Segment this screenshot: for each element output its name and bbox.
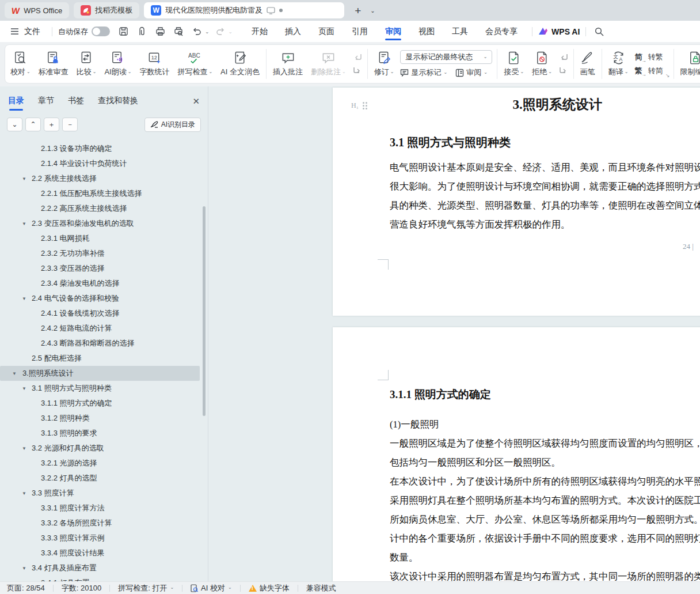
menu-tab[interactable]: 会员专享 xyxy=(477,21,526,42)
export-icon[interactable] xyxy=(134,24,149,39)
undo-button[interactable]: ⌄ xyxy=(189,24,210,39)
outline-item[interactable]: 3.1.1 照明方式的确定 xyxy=(0,396,200,411)
accept-button[interactable]: 接受⌄ xyxy=(500,47,528,81)
outline-item[interactable]: 2.3.4 柴油发电机的选择 xyxy=(0,276,200,291)
ai-proofread-status[interactable]: AI 校对 ⌄ xyxy=(191,583,232,593)
outline-item[interactable]: 3.2.1 光源的选择 xyxy=(0,456,200,471)
previous-change-icon[interactable] xyxy=(559,54,568,61)
expand-arrow-icon[interactable]: ▼ xyxy=(12,371,17,376)
previous-comment-icon[interactable] xyxy=(353,54,362,61)
spellcheck-status[interactable]: 拼写检查: 打开 ⌄ xyxy=(118,583,174,593)
to-simplified-button[interactable]: 繁→ 转简 xyxy=(635,66,663,76)
chat-bubble-icon[interactable] xyxy=(267,7,275,14)
proofread-button[interactable]: 校对⌄ xyxy=(6,47,35,81)
expand-arrow-icon[interactable]: ▼ xyxy=(22,176,26,181)
expand-down-button[interactable]: ⌄ xyxy=(7,118,22,131)
outline-item[interactable]: 3.3.4 照度设计结果 xyxy=(0,546,200,561)
expand-arrow-icon[interactable]: ▼ xyxy=(22,566,26,571)
ai-read-button[interactable]: AI朗读⌄ xyxy=(100,47,135,81)
expand-arrow-icon[interactable]: ▼ xyxy=(22,446,26,451)
track-changes-button[interactable]: 修订⌄ xyxy=(370,47,398,81)
outline-item[interactable]: 2.4.3 断路器和熔断器的选择 xyxy=(0,336,200,351)
menu-tab[interactable]: 开始 xyxy=(243,21,276,42)
to-traditional-button[interactable]: 简→ 转繁 xyxy=(635,52,663,62)
menu-tab[interactable]: 插入 xyxy=(276,21,310,42)
reject-button[interactable]: 拒绝⌄ xyxy=(528,47,556,81)
tab-docer-templates[interactable]: 找稻壳模板 xyxy=(74,2,139,18)
outline-item[interactable]: 2.5 配电柜选择 xyxy=(0,351,200,366)
outline-item[interactable]: 3.4.1 灯具布置 xyxy=(0,576,200,581)
collapse-up-button[interactable]: ⌃ xyxy=(25,118,41,131)
print-icon[interactable] xyxy=(153,24,168,39)
document-page-2[interactable]: 3.1.1 照明方式的确定 (1)一般照明一般照明区域是为了使整个待照明区域获得… xyxy=(333,327,700,581)
menu-tab[interactable]: 视图 xyxy=(410,21,443,42)
menu-tab[interactable]: 审阅 xyxy=(376,21,410,42)
dialog-launcher-icon[interactable]: ↘ xyxy=(665,73,670,78)
review-pane-button[interactable]: 审阅⌄ xyxy=(455,67,488,78)
compatibility-mode[interactable]: 兼容模式 xyxy=(306,583,336,593)
insert-comment-button[interactable]: 插入批注 xyxy=(269,47,307,81)
menu-tab[interactable]: 引用 xyxy=(343,21,376,42)
brush-button[interactable]: 画笔 xyxy=(576,47,599,81)
expand-all-button[interactable]: ＋ xyxy=(44,118,59,131)
outline-item[interactable]: ▼ 3.2 光源和灯具的选取 xyxy=(0,441,200,456)
outline-item[interactable]: 2.2.2 高压系统主接线选择 xyxy=(0,201,200,216)
outline-item[interactable]: 2.4.2 短路电流的计算 xyxy=(0,321,200,336)
standard-review-button[interactable]: 标准审查 xyxy=(35,47,73,81)
missing-font-warning[interactable]: 缺失字体 xyxy=(249,583,290,593)
redo-button[interactable]: ⌄ xyxy=(213,24,233,39)
outline-item[interactable]: 3.3.2 各场所照度计算 xyxy=(0,516,200,531)
next-change-icon[interactable] xyxy=(559,67,568,74)
sidebar-tab[interactable]: 查找和替换 xyxy=(98,96,138,111)
tab-wps-home[interactable]: W WPS Office xyxy=(5,2,69,18)
expand-arrow-icon[interactable]: ▼ xyxy=(22,491,26,496)
menu-tab[interactable]: 工具 xyxy=(443,21,477,42)
outline-item[interactable]: 2.1.3 设备功率的确定 xyxy=(0,141,200,156)
outline-item[interactable]: ▼ 3.3 照度计算 xyxy=(0,486,200,501)
close-sidebar-icon[interactable]: ✕ xyxy=(192,96,200,110)
compare-button[interactable]: 比较⌄ xyxy=(73,47,101,81)
ai-recognize-toc-button[interactable]: AI识别目录 xyxy=(144,118,201,132)
document-page-1[interactable]: H₁ 3.照明系统设计 3.1 照明方式与照明种类 电气照明设计基本原则是安全、… xyxy=(333,88,700,316)
spell-check-button[interactable]: ABC 拼写检查⌄ xyxy=(173,47,216,81)
outline-item[interactable]: 3.3.3 照度计算示例 xyxy=(0,531,200,546)
outline-item[interactable]: 2.3.3 变压器的选择 xyxy=(0,261,200,276)
sidebar-tab[interactable]: 目录 xyxy=(8,96,24,111)
autosave-toggle[interactable] xyxy=(92,27,110,36)
ai-polish-button[interactable]: AI 全文润色 xyxy=(216,47,264,81)
outline-item[interactable]: 2.3.1 电网损耗 xyxy=(0,231,200,246)
outline-item[interactable]: 3.3.1 照度计算方法 xyxy=(0,501,200,516)
outline-item[interactable]: 3.2.2 灯具的选型 xyxy=(0,471,200,486)
expand-arrow-icon[interactable]: ▼ xyxy=(22,221,26,226)
outline-item[interactable]: 2.2.1 低压配电系统主接线选择 xyxy=(0,186,200,201)
outline-item[interactable]: 2.3.2 无功功率补偿 xyxy=(0,246,200,261)
sidebar-tab[interactable]: 书签 xyxy=(68,96,84,111)
tab-current-document[interactable]: W 现代化医院照明供配电防雷及 xyxy=(144,2,344,18)
translate-button[interactable]: 文A 翻译⌄ xyxy=(604,47,633,81)
outline-item[interactable]: 2.4.1 设备线缆初次选择 xyxy=(0,306,200,321)
collapse-all-button[interactable]: － xyxy=(62,118,78,131)
menu-tab[interactable]: 页面 xyxy=(310,21,343,42)
outline-item[interactable]: ▼ 3.4 灯具及插座布置 xyxy=(0,561,200,576)
expand-arrow-icon[interactable]: ▼ xyxy=(22,386,26,391)
print-preview-icon[interactable] xyxy=(171,24,186,39)
delete-comment-button[interactable]: 删除批注⌄ xyxy=(307,47,350,81)
outline-item[interactable]: ▼ 2.2 系统主接线选择 xyxy=(0,171,200,186)
show-markup-button[interactable]: 显示标记⌄ xyxy=(400,67,447,78)
new-tab-button[interactable]: + xyxy=(355,5,361,16)
outline-item[interactable]: ▼ 3.照明系统设计 xyxy=(0,366,200,381)
outline-item[interactable]: ▼ 2.3 变压器和柴油发电机的选取 xyxy=(0,216,200,231)
expand-arrow-icon[interactable]: ▼ xyxy=(22,296,26,301)
sidebar-scrollbar[interactable] xyxy=(203,206,206,416)
file-menu[interactable]: 文件 xyxy=(7,24,40,39)
next-comment-icon[interactable] xyxy=(353,67,362,74)
markup-state-select[interactable]: 显示标记的最终状态 ⌄ xyxy=(400,50,492,64)
word-count-indicator[interactable]: 字数: 20100 xyxy=(62,583,101,593)
outline-item[interactable]: ▼ 3.1 照明方式与照明种类 xyxy=(0,381,200,396)
restrict-edit-button[interactable]: 限制编辑 xyxy=(676,47,700,81)
page-indicator[interactable]: 页面: 28/54 xyxy=(7,583,45,593)
sidebar-tab[interactable]: 章节 xyxy=(38,96,54,111)
search-icon[interactable] xyxy=(592,24,607,39)
outline-item[interactable]: 3.1.3 照明的要求 xyxy=(0,426,200,441)
outline-item[interactable]: 2.1.4 毕业设计中负荷统计 xyxy=(0,156,200,171)
